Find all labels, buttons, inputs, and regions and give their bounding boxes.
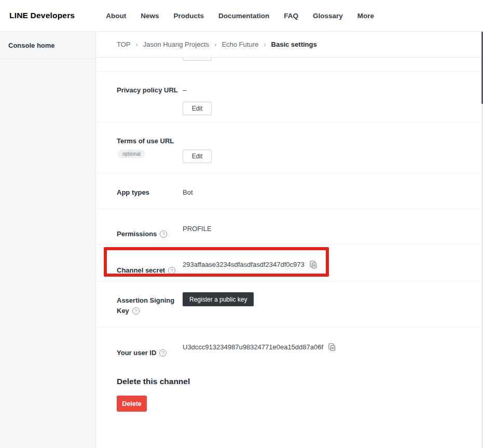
field-label-line2: Key <box>117 306 129 316</box>
chevron-right-icon: › <box>214 40 216 48</box>
edit-privacy-policy-url-button[interactable]: Edit <box>183 102 212 115</box>
field-label: Your user ID <box>117 348 156 358</box>
permissions-value: PROFILE <box>183 209 473 244</box>
channel-secret-value: 293affaase3234sdfasdfasdf2347df0c973 <box>183 260 305 270</box>
nav-item-products[interactable]: Products <box>173 12 204 20</box>
field-row-clipped <box>96 58 483 72</box>
main-nav: About News Products Documentation FAQ Gl… <box>106 12 374 20</box>
field-row-permissions: Permissions ? PROFILE <box>96 209 483 245</box>
field-label: Terms of use URL <box>117 136 183 146</box>
edit-terms-of-use-url-button[interactable]: Edit <box>183 150 212 163</box>
field-row-assertion-signing-key: Assertion Signing Key ? Register a publi… <box>96 281 483 328</box>
field-label: Privacy policy URL <box>117 72 183 122</box>
optional-badge: optional <box>118 150 145 158</box>
breadcrumb-provider[interactable]: Jason Huang Projects <box>143 40 209 48</box>
main-content: TOP › Jason Huang Projects › Echo Future… <box>96 32 483 448</box>
field-row-app-types: App types Bot <box>96 173 483 209</box>
edit-button-partial[interactable] <box>183 58 212 61</box>
top-navbar: LINE Developers About News Products Docu… <box>0 0 483 32</box>
nav-item-glossary[interactable]: Glossary <box>313 12 343 20</box>
your-user-id-value: U3dccc913234987u98324771e0ea15dd87a06f <box>183 342 323 352</box>
line-developers-logo[interactable]: LINE Developers <box>9 11 75 20</box>
field-label: App types <box>117 173 183 209</box>
delete-channel-button[interactable]: Delete <box>117 396 147 412</box>
copy-icon[interactable] <box>328 343 336 351</box>
field-row-privacy-policy-url: Privacy policy URL – Edit <box>96 72 483 123</box>
field-label-line1: Assertion Signing <box>117 295 183 306</box>
nav-item-news[interactable]: News <box>141 12 159 20</box>
chevron-right-icon: › <box>264 40 266 48</box>
nav-item-documentation[interactable]: Documentation <box>218 12 269 20</box>
help-icon[interactable]: ? <box>159 349 167 357</box>
delete-channel-section: Delete this channel Delete <box>96 364 483 412</box>
sidebar-item-console-home[interactable]: Console home <box>0 32 95 59</box>
chevron-right-icon: › <box>136 40 138 48</box>
app-types-value: Bot <box>183 173 473 209</box>
delete-channel-title: Delete this channel <box>117 377 473 386</box>
nav-item-more[interactable]: More <box>357 12 374 20</box>
breadcrumb-top[interactable]: TOP <box>117 40 131 48</box>
field-row-terms-of-use-url: Terms of use URL optional Edit <box>96 123 483 173</box>
breadcrumb: TOP › Jason Huang Projects › Echo Future… <box>96 32 483 58</box>
field-row-channel-secret: Channel secret ? 293affaase3234sdfasdfas… <box>96 245 483 281</box>
field-label: Permissions <box>117 229 157 239</box>
copy-icon[interactable] <box>310 261 317 269</box>
field-row-your-user-id: Your user ID ? U3dccc913234987u98324771e… <box>96 328 483 364</box>
privacy-policy-url-value: – <box>183 85 473 96</box>
breadcrumb-current-page: Basic settings <box>271 40 317 48</box>
breadcrumb-channel[interactable]: Echo Future <box>222 40 258 48</box>
help-icon[interactable]: ? <box>132 307 140 315</box>
register-public-key-button[interactable]: Register a public key <box>183 292 254 306</box>
nav-item-faq[interactable]: FAQ <box>284 12 298 20</box>
help-icon[interactable]: ? <box>160 230 167 238</box>
nav-item-about[interactable]: About <box>106 12 126 20</box>
sidebar: Console home <box>0 32 96 448</box>
field-label: Channel secret <box>117 265 165 276</box>
sidebar-item-label: Console home <box>8 42 55 49</box>
help-icon[interactable]: ? <box>168 267 175 274</box>
